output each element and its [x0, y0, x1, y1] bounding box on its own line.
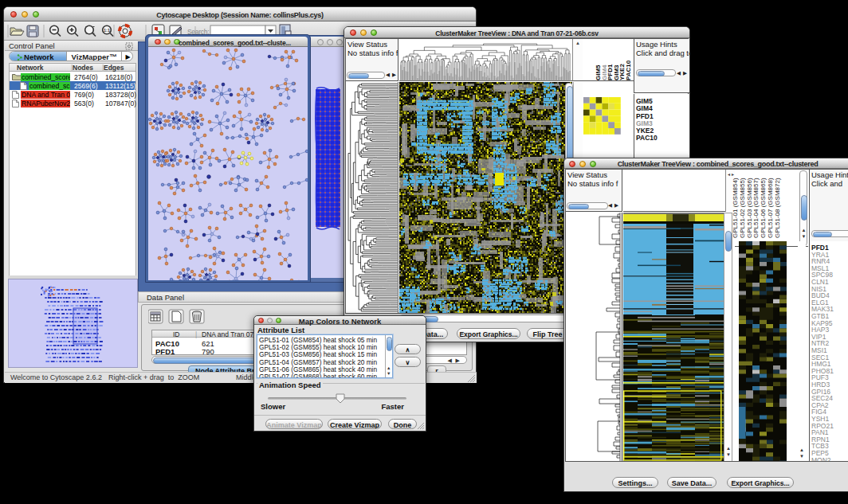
svg-text:1:1: 1:1: [104, 28, 110, 33]
